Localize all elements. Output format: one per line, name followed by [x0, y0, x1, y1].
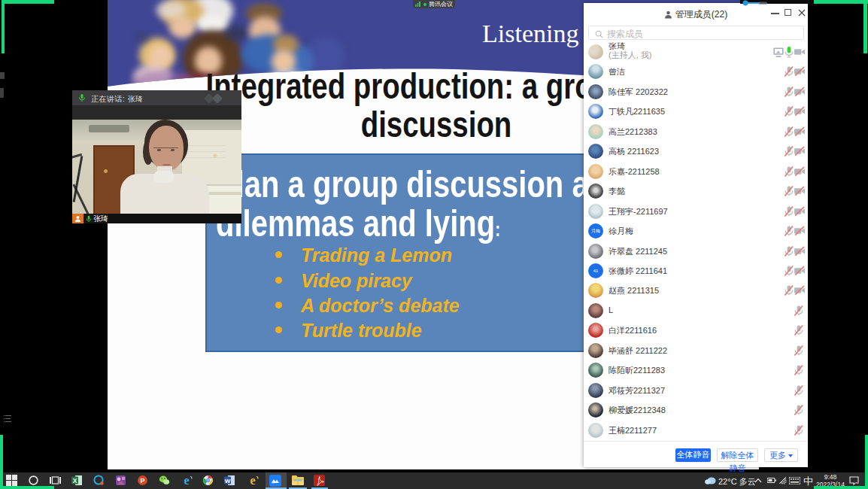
svg-text:e: e [250, 475, 255, 487]
svg-text:W: W [225, 478, 231, 484]
svg-text:e: e [184, 475, 189, 487]
svg-text:P: P [140, 477, 144, 484]
svg-text:X: X [73, 477, 77, 484]
